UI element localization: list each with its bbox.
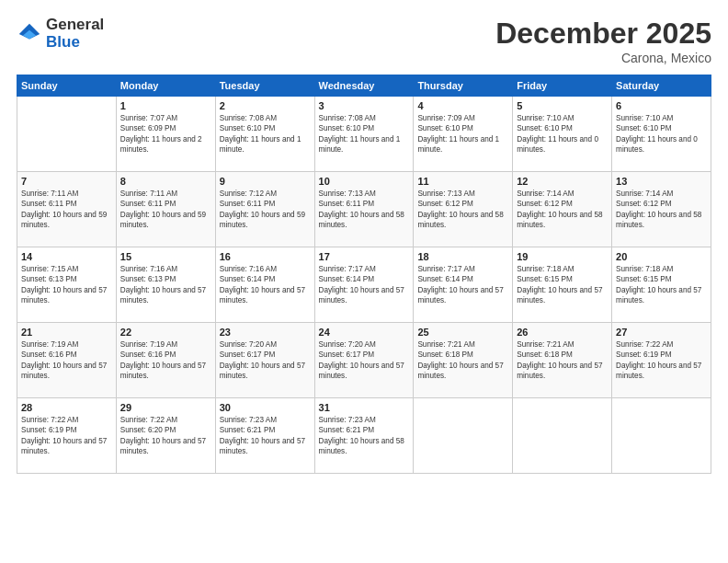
day-header: Tuesday [215,75,314,97]
day-info: Sunrise: 7:10 AMSunset: 6:10 PMDaylight:… [517,113,608,155]
day-info: Sunrise: 7:17 AMSunset: 6:14 PMDaylight:… [417,264,508,306]
day-number: 24 [319,327,410,338]
day-info: Sunrise: 7:12 AMSunset: 6:11 PMDaylight:… [220,189,311,231]
day-number: 29 [120,402,211,413]
day-info: Sunrise: 7:13 AMSunset: 6:12 PMDaylight:… [417,189,508,231]
day-number: 9 [220,176,311,187]
calendar-day-cell: 3Sunrise: 7:08 AMSunset: 6:10 PMDaylight… [314,97,414,172]
day-number: 3 [319,100,410,111]
day-info: Sunrise: 7:17 AMSunset: 6:14 PMDaylight:… [319,264,410,306]
calendar-day-cell: 10Sunrise: 7:13 AMSunset: 6:11 PMDayligh… [314,172,414,247]
calendar-day-cell: 29Sunrise: 7:22 AMSunset: 6:20 PMDayligh… [116,398,215,474]
day-number: 7 [21,176,112,187]
calendar-day-cell [414,398,513,474]
day-info: Sunrise: 7:19 AMSunset: 6:16 PMDaylight:… [21,339,112,382]
calendar-day-cell: 23Sunrise: 7:20 AMSunset: 6:17 PMDayligh… [215,323,314,398]
day-number: 17 [319,251,410,262]
calendar-day-cell: 25Sunrise: 7:21 AMSunset: 6:18 PMDayligh… [414,323,513,398]
day-info: Sunrise: 7:22 AMSunset: 6:19 PMDaylight:… [21,415,112,457]
day-number: 1 [120,100,211,111]
day-header: Friday [513,75,612,97]
day-number: 12 [517,176,608,187]
calendar-day-cell: 9Sunrise: 7:12 AMSunset: 6:11 PMDaylight… [215,172,314,247]
day-number: 21 [21,327,112,338]
logo-blue: Blue [46,34,104,52]
calendar-week-row: 14Sunrise: 7:15 AMSunset: 6:13 PMDayligh… [17,247,711,323]
day-number: 27 [616,327,707,338]
calendar-week-row: 28Sunrise: 7:22 AMSunset: 6:19 PMDayligh… [17,398,711,474]
calendar-day-cell: 11Sunrise: 7:13 AMSunset: 6:12 PMDayligh… [414,172,513,247]
calendar-day-cell: 16Sunrise: 7:16 AMSunset: 6:14 PMDayligh… [215,247,314,323]
day-header: Sunday [17,75,117,97]
day-info: Sunrise: 7:22 AMSunset: 6:20 PMDaylight:… [120,415,211,457]
calendar-day-cell: 19Sunrise: 7:18 AMSunset: 6:15 PMDayligh… [513,247,612,323]
day-info: Sunrise: 7:21 AMSunset: 6:18 PMDaylight:… [417,339,508,382]
day-info: Sunrise: 7:18 AMSunset: 6:15 PMDaylight:… [616,264,707,306]
day-info: Sunrise: 7:18 AMSunset: 6:15 PMDaylight:… [517,264,608,306]
calendar-day-cell: 14Sunrise: 7:15 AMSunset: 6:13 PMDayligh… [17,247,117,323]
day-number: 28 [21,402,112,413]
calendar-week-row: 21Sunrise: 7:19 AMSunset: 6:16 PMDayligh… [17,323,711,398]
header-row: SundayMondayTuesdayWednesdayThursdayFrid… [17,75,711,97]
day-info: Sunrise: 7:14 AMSunset: 6:12 PMDaylight:… [616,189,707,231]
day-header: Saturday [612,75,711,97]
day-number: 11 [417,176,508,187]
calendar-day-cell: 1Sunrise: 7:07 AMSunset: 6:09 PMDaylight… [116,97,215,172]
day-number: 10 [319,176,410,187]
day-info: Sunrise: 7:23 AMSunset: 6:21 PMDaylight:… [220,415,311,457]
calendar-day-cell: 12Sunrise: 7:14 AMSunset: 6:12 PMDayligh… [513,172,612,247]
calendar-week-row: 7Sunrise: 7:11 AMSunset: 6:11 PMDaylight… [17,172,711,247]
calendar-day-cell [17,97,117,172]
day-info: Sunrise: 7:21 AMSunset: 6:18 PMDaylight:… [517,339,608,382]
day-info: Sunrise: 7:16 AMSunset: 6:13 PMDaylight:… [120,264,211,306]
day-number: 13 [616,176,707,187]
calendar-day-cell: 7Sunrise: 7:11 AMSunset: 6:11 PMDaylight… [17,172,117,247]
day-info: Sunrise: 7:19 AMSunset: 6:16 PMDaylight:… [120,339,211,382]
logo: General Blue [17,17,104,51]
day-info: Sunrise: 7:09 AMSunset: 6:10 PMDaylight:… [417,113,508,155]
calendar-day-cell: 18Sunrise: 7:17 AMSunset: 6:14 PMDayligh… [414,247,513,323]
day-info: Sunrise: 7:14 AMSunset: 6:12 PMDaylight:… [517,189,608,231]
calendar-day-cell: 28Sunrise: 7:22 AMSunset: 6:19 PMDayligh… [17,398,117,474]
day-number: 4 [417,100,508,111]
title-block: December 2025 Carona, Mexico [495,17,711,65]
day-info: Sunrise: 7:10 AMSunset: 6:10 PMDaylight:… [616,113,707,155]
day-number: 26 [517,327,608,338]
calendar-day-cell: 17Sunrise: 7:17 AMSunset: 6:14 PMDayligh… [314,247,414,323]
calendar-day-cell: 22Sunrise: 7:19 AMSunset: 6:16 PMDayligh… [116,323,215,398]
day-info: Sunrise: 7:15 AMSunset: 6:13 PMDaylight:… [21,264,112,306]
calendar-day-cell: 5Sunrise: 7:10 AMSunset: 6:10 PMDaylight… [513,97,612,172]
day-number: 16 [220,251,311,262]
day-number: 18 [417,251,508,262]
day-info: Sunrise: 7:11 AMSunset: 6:11 PMDaylight:… [21,189,112,231]
day-info: Sunrise: 7:07 AMSunset: 6:09 PMDaylight:… [120,113,211,155]
day-number: 14 [21,251,112,262]
day-info: Sunrise: 7:20 AMSunset: 6:17 PMDaylight:… [220,339,311,382]
day-number: 30 [220,402,311,413]
day-info: Sunrise: 7:11 AMSunset: 6:11 PMDaylight:… [120,189,211,231]
day-number: 15 [120,251,211,262]
logo-text: General Blue [46,17,104,51]
day-info: Sunrise: 7:23 AMSunset: 6:21 PMDaylight:… [319,415,410,457]
calendar-day-cell: 31Sunrise: 7:23 AMSunset: 6:21 PMDayligh… [314,398,414,474]
calendar-day-cell: 6Sunrise: 7:10 AMSunset: 6:10 PMDaylight… [612,97,711,172]
day-number: 22 [120,327,211,338]
day-number: 23 [220,327,311,338]
day-number: 19 [517,251,608,262]
day-header: Thursday [414,75,513,97]
calendar-day-cell [612,398,711,474]
day-number: 6 [616,100,707,111]
calendar-week-row: 1Sunrise: 7:07 AMSunset: 6:09 PMDaylight… [17,97,711,172]
calendar-day-cell: 4Sunrise: 7:09 AMSunset: 6:10 PMDaylight… [414,97,513,172]
month-title: December 2025 [495,17,711,51]
calendar-day-cell: 13Sunrise: 7:14 AMSunset: 6:12 PMDayligh… [612,172,711,247]
day-number: 2 [220,100,311,111]
day-number: 20 [616,251,707,262]
calendar-day-cell: 20Sunrise: 7:18 AMSunset: 6:15 PMDayligh… [612,247,711,323]
day-info: Sunrise: 7:13 AMSunset: 6:11 PMDaylight:… [319,189,410,231]
day-header: Wednesday [314,75,414,97]
day-number: 8 [120,176,211,187]
calendar-table: SundayMondayTuesdayWednesdayThursdayFrid… [17,75,711,474]
day-number: 5 [517,100,608,111]
day-header: Monday [116,75,215,97]
